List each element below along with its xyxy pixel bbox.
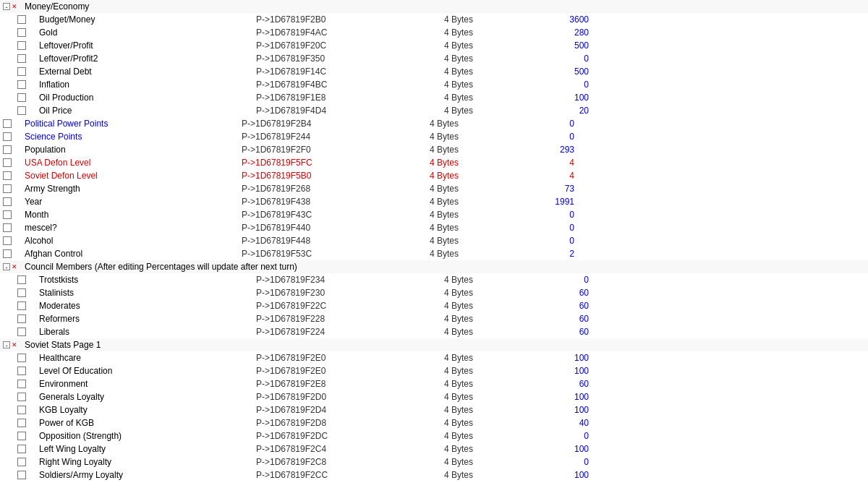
item-value[interactable]: 60 [531,327,603,337]
item-size: 4 Bytes [444,444,531,454]
item-addr: P->1D67819F448 [242,236,430,246]
item-value[interactable]: 100 [531,470,603,480]
checkbox-alcohol[interactable] [3,236,12,245]
checkbox-generals-loyalty[interactable] [17,393,26,401]
item-value[interactable]: 0 [516,210,589,220]
checkbox-trotstkists[interactable] [17,275,26,284]
checkbox-soldiers-army-loyalty[interactable] [17,471,26,479]
item-value[interactable]: 20 [531,106,603,116]
checkbox-year[interactable] [3,197,12,206]
checkbox-right-wing-loyalty[interactable] [17,458,26,466]
checkbox-budget[interactable] [17,15,26,24]
item-value[interactable]: 500 [531,40,603,51]
x-icon-soviet[interactable]: ✕ [11,341,18,348]
checkbox-month[interactable] [3,210,12,219]
list-item: Gold P->1D67819F4AC 4 Bytes 280 [0,26,868,39]
checkbox-oil-production[interactable] [17,93,26,102]
item-value[interactable]: 73 [516,184,589,194]
item-addr: P->1D67819F2E0 [256,353,444,363]
checkbox-left-wing-loyalty[interactable] [17,445,26,453]
checkbox-reformers[interactable] [17,314,26,323]
item-value[interactable]: 3600 [531,14,603,25]
item-size: 4 Bytes [444,314,531,324]
item-value[interactable]: 60 [531,314,603,324]
group-header-council[interactable]: - ✕ Council Members (After editing Perce… [0,260,868,273]
item-value[interactable]: 280 [531,27,603,38]
item-addr: P->1D67819F2CC [256,470,444,480]
checkbox-army-strength[interactable] [3,184,12,193]
checkbox-soviet-defon[interactable] [3,171,12,180]
item-name: Power of KGB [39,418,256,428]
item-value[interactable]: 100 [531,392,603,402]
item-name: Environment [39,379,256,389]
checkbox-political-power[interactable] [3,119,12,128]
item-value[interactable]: 0 [516,132,589,142]
checkbox-moderates[interactable] [17,301,26,310]
item-value[interactable]: 4 [516,171,589,181]
item-value[interactable]: 4 [516,158,589,168]
item-value[interactable]: 60 [531,288,603,298]
checkbox-inflation[interactable] [17,80,26,89]
item-value[interactable]: 60 [531,379,603,389]
item-value[interactable]: 500 [531,67,603,77]
item-value[interactable]: 100 [531,366,603,376]
item-value[interactable]: 60 [531,301,603,311]
checkbox-external-debt[interactable] [17,67,26,76]
item-name: Liberals [39,327,256,337]
list-item: Healthcare P->1D67819F2E0 4 Bytes 100 [0,351,868,364]
item-value[interactable]: 100 [531,405,603,415]
checkbox-opposition[interactable] [17,432,26,440]
item-value[interactable]: 293 [516,145,589,155]
item-value[interactable]: 0 [531,53,603,64]
item-value[interactable]: 100 [531,353,603,363]
checkbox-mescel[interactable] [3,223,12,232]
item-value[interactable]: 0 [516,223,589,233]
item-value[interactable]: 0 [531,80,603,90]
checkbox-afghan-control[interactable] [3,249,12,258]
list-item: Environment P->1D67819F2E8 4 Bytes 60 [0,377,868,390]
collapse-icon-council[interactable]: - [3,263,10,270]
checkbox-leftover-profit[interactable] [17,41,26,50]
checkbox-oil-price[interactable] [17,106,26,115]
group-header-money-economy[interactable]: - ✕ Money/Economy [0,0,868,13]
item-name: Leftover/Profit [39,40,256,51]
checkbox-kgb-loyalty[interactable] [17,406,26,414]
checkbox-gold[interactable] [17,28,26,37]
checkbox-population[interactable] [3,145,12,154]
x-icon-money[interactable]: ✕ [11,3,18,10]
item-value[interactable]: 40 [531,418,603,428]
collapse-icon-money[interactable]: - [3,3,10,10]
item-value[interactable]: 100 [531,444,603,454]
checkbox-stalinists[interactable] [17,288,26,297]
checkbox-leftover-profit2[interactable] [17,54,26,63]
item-value[interactable]: 0 [516,236,589,246]
checkbox-healthcare[interactable] [17,354,26,362]
checkbox-liberals[interactable] [17,328,26,336]
checkbox-power-of-kgb[interactable] [17,419,26,427]
item-value[interactable]: 0 [531,275,603,285]
checkbox-science-points[interactable] [3,132,12,141]
checkbox-level-of-education[interactable] [17,367,26,375]
item-size: 4 Bytes [444,366,531,376]
item-addr: P->1D67819F53C [242,249,430,259]
item-value[interactable]: 1991 [516,197,589,207]
x-icon-council[interactable]: ✕ [11,263,18,270]
item-value[interactable]: 0 [531,457,603,467]
item-name: Opposition (Strength) [39,431,256,441]
item-addr: P->1D67819F2E0 [256,366,444,376]
item-addr: P->1D67819F2E8 [256,379,444,389]
item-value[interactable]: 0 [531,431,603,441]
item-addr: P->1D67819F2C8 [256,457,444,467]
item-value[interactable]: 2 [516,249,589,259]
item-value[interactable]: 0 [516,119,589,129]
checkbox-environment[interactable] [17,380,26,388]
group-header-soviet-stats[interactable]: - ✕ Soviet Stats Page 1 [0,338,868,351]
item-addr: P->1D67819F4AC [256,27,444,38]
collapse-icon-soviet[interactable]: - [3,341,10,348]
checkbox-usa-defon[interactable] [3,158,12,167]
list-item: Leftover/Profit P->1D67819F20C 4 Bytes 5… [0,39,868,52]
main-container: - ✕ Money/Economy Budget/Money P->1D6781… [0,0,868,488]
list-item: Power of KGB P->1D67819F2D8 4 Bytes 40 [0,416,868,429]
item-addr: P->1D67819F438 [242,197,430,207]
item-value[interactable]: 100 [531,93,603,103]
